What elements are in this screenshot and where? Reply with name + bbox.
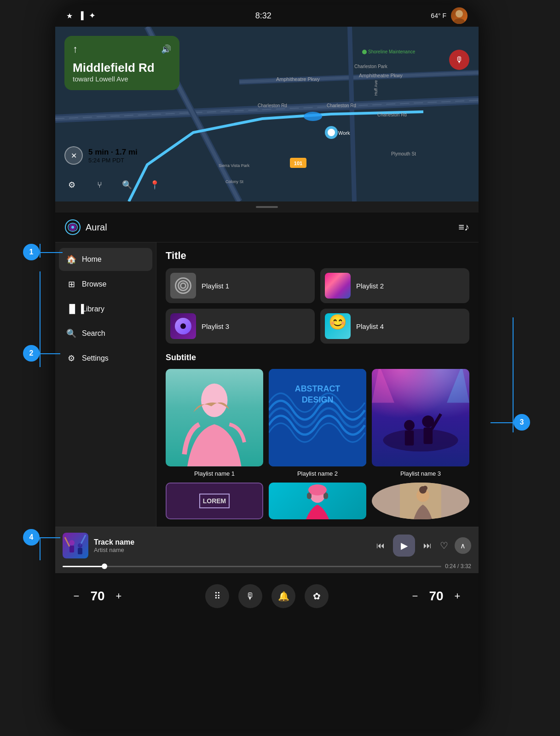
left-vol-plus-button[interactable]: + xyxy=(111,589,126,604)
playlist-card-2[interactable]: Playlist 2 xyxy=(320,268,469,303)
pink-person-svg xyxy=(297,483,338,519)
music-app-header: Aural ≡♪ xyxy=(55,213,479,242)
map-location-icon[interactable]: 📍 xyxy=(147,178,162,192)
playlist-grid: Playlist 1 Playlist 2 Playlist 3 xyxy=(166,268,469,344)
nav-card-header: ↑ 🔊 xyxy=(73,43,171,55)
sidebar-label-library: Library xyxy=(82,305,104,313)
close-route-button[interactable]: ✕ xyxy=(64,146,83,165)
np-controls: ⏮ ▶ ⏭ ♡ ∧ xyxy=(375,535,471,557)
svg-point-1 xyxy=(454,18,465,24)
mic-button[interactable]: 🎙 xyxy=(238,584,262,608)
playlist-card-4[interactable]: 😊 Playlist 4 xyxy=(320,309,469,344)
expand-button[interactable]: ∧ xyxy=(455,537,471,554)
current-time: 0:24 xyxy=(445,563,456,569)
sidebar-item-settings[interactable]: ⚙ Settings xyxy=(59,347,152,370)
map-settings-icon[interactable]: ⚙ xyxy=(64,178,79,192)
np-progress-bar[interactable]: 0:24 / 3:32 xyxy=(63,563,471,569)
svg-point-50 xyxy=(423,486,427,490)
left-vol-value: 70 xyxy=(88,589,107,604)
right-vol-minus-button[interactable]: − xyxy=(408,589,422,604)
svg-text:Huff Ave: Huff Ave xyxy=(374,80,378,96)
album-card-2[interactable]: ABSTRACT DESIGN Playlist name 2 xyxy=(269,369,366,477)
map-toolbar: ⚙ ⑂ 🔍 📍 xyxy=(64,178,162,192)
svg-text:ABSTRACT: ABSTRACT xyxy=(295,384,341,393)
svg-point-32 xyxy=(201,384,227,417)
svg-text:Work: Work xyxy=(338,130,350,136)
ann-vline-2 xyxy=(40,353,40,367)
nav-street: Middlefield Rd xyxy=(73,61,171,75)
play-button[interactable]: ▶ xyxy=(393,535,415,557)
bell-button[interactable]: 🔔 xyxy=(271,584,295,608)
abstract-svg: ABSTRACT DESIGN xyxy=(269,369,366,466)
right-vol-plus-button[interactable]: + xyxy=(450,589,465,604)
clock: 8:32 xyxy=(255,11,271,21)
album-art-3 xyxy=(372,369,469,466)
partial-card-1[interactable]: LOREM xyxy=(166,483,263,519)
svg-rect-55 xyxy=(69,546,74,552)
np-album-art xyxy=(63,533,88,558)
svg-point-46 xyxy=(308,484,327,495)
avatar[interactable] xyxy=(451,7,468,24)
fan-button[interactable]: ✿ xyxy=(305,584,329,608)
route-info-bar: ✕ 5 min · 1.7 mi 5:24 PM PDT xyxy=(64,146,138,165)
sidebar-item-browse[interactable]: ⊞ Browse xyxy=(59,273,152,296)
now-playing-main: Track name Artist name ⏮ ▶ ⏭ ♡ ∧ xyxy=(63,533,471,558)
album-card-1[interactable]: Playlist name 1 xyxy=(166,369,263,477)
partial-card-3[interactable] xyxy=(372,483,469,519)
grid-button[interactable]: ⠿ xyxy=(205,584,229,608)
playlist-card-3[interactable]: Playlist 3 xyxy=(166,309,315,344)
nav-toward: toward Lowell Ave xyxy=(73,75,171,83)
svg-text:Shoreline Maintenance: Shoreline Maintenance xyxy=(368,49,416,54)
settings-icon: ⚙ xyxy=(66,353,76,363)
partial-card-2[interactable] xyxy=(269,483,366,519)
heart-button[interactable]: ♡ xyxy=(440,540,448,551)
prev-button[interactable]: ⏮ xyxy=(375,539,387,552)
queue-icon[interactable]: ≡♪ xyxy=(458,221,469,233)
sidebar-item-library[interactable]: ▐▌▐ Library xyxy=(59,298,152,320)
drag-bar xyxy=(256,206,278,208)
annotation-line-3 xyxy=(491,422,514,423)
playlist-thumb-1 xyxy=(170,273,196,299)
svg-text:Charleston Rd: Charleston Rd xyxy=(377,112,407,117)
duo-svg xyxy=(400,483,441,519)
drag-handle[interactable] xyxy=(55,201,479,213)
map-mic-button[interactable]: 🎙 xyxy=(449,50,469,70)
playlist-card-1[interactable]: Playlist 1 xyxy=(166,268,315,303)
left-vol-minus-button[interactable]: − xyxy=(69,589,84,604)
system-bar: − 70 + ⠿ 🎙 🔔 ✿ − 70 + xyxy=(55,573,479,619)
sidebar-item-search[interactable]: 🔍 Search xyxy=(59,322,152,345)
annotation-line-2 xyxy=(40,353,60,354)
annotation-4: 4 xyxy=(23,529,40,546)
map-route-icon[interactable]: ⑂ xyxy=(92,178,107,192)
route-arrive: 5:24 PM PDT xyxy=(88,157,138,164)
library-icon: ▐▌▐ xyxy=(66,304,76,314)
time-separator: / xyxy=(457,563,461,569)
svg-rect-39 xyxy=(405,431,414,446)
svg-text:Colony St: Colony St xyxy=(225,179,244,184)
np-track-name: Track name xyxy=(94,538,369,546)
svg-point-38 xyxy=(404,420,415,431)
sidebar-item-home[interactable]: 🏠 Home xyxy=(59,248,152,271)
np-artist-name: Artist name xyxy=(94,546,369,553)
home-icon: 🏠 xyxy=(66,254,76,264)
ring-3 xyxy=(180,282,186,289)
map-search-icon[interactable]: 🔍 xyxy=(120,178,134,192)
music-logo-text: Aural xyxy=(86,222,107,233)
nav-volume-icon[interactable]: 🔊 xyxy=(161,44,171,54)
svg-point-12 xyxy=(328,129,335,136)
now-playing-bar: Track name Artist name ⏮ ▶ ⏭ ♡ ∧ 0:24 / xyxy=(55,527,479,573)
vinyl-art xyxy=(175,318,191,334)
progress-track[interactable] xyxy=(63,566,441,567)
concert-art xyxy=(372,369,469,466)
phone-frame: ★ ▐ ✦ 8:32 64° F xyxy=(55,5,479,729)
total-time: 3:32 xyxy=(461,563,471,569)
status-left-icons: ★ ▐ ✦ xyxy=(66,11,96,21)
main-content-area: Title Playlist 1 xyxy=(156,242,479,527)
svg-text:Plymouth St: Plymouth St xyxy=(391,151,416,156)
system-icons: ⠿ 🎙 🔔 ✿ xyxy=(205,584,329,608)
next-button[interactable]: ⏭ xyxy=(421,539,433,552)
partial-album-row: LOREM xyxy=(166,483,469,519)
playlist-name-1: Playlist 1 xyxy=(202,282,229,290)
album-card-3[interactable]: Playlist name 3 xyxy=(372,369,469,477)
smiley-art: 😊 xyxy=(325,313,351,331)
